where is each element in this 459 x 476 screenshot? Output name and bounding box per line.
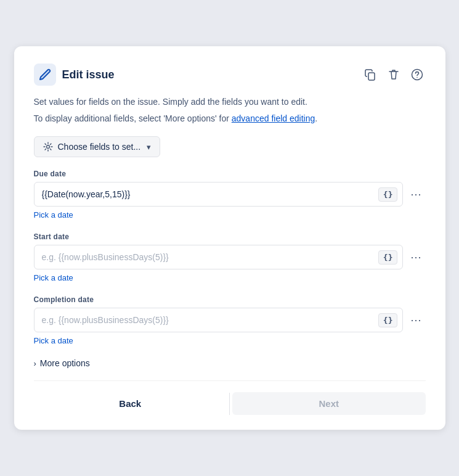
- chevron-down-icon: ▾: [147, 142, 151, 152]
- start-date-label: Start date: [34, 232, 426, 241]
- svg-rect-0: [368, 73, 375, 80]
- next-button[interactable]: Next: [232, 392, 426, 415]
- start-date-template-btn[interactable]: {}: [378, 250, 398, 265]
- description-prefix: To display additional fields, select 'Mo…: [34, 113, 232, 123]
- more-options-toggle[interactable]: › More options: [34, 358, 426, 368]
- chevron-right-icon: ›: [34, 359, 36, 368]
- advanced-field-link[interactable]: advanced field editing: [232, 113, 315, 123]
- completion-date-input[interactable]: [42, 315, 376, 325]
- card-header: Edit issue: [34, 64, 426, 86]
- copy-icon: [364, 68, 376, 81]
- due-date-more-btn[interactable]: ···: [407, 186, 425, 203]
- svg-point-2: [416, 77, 418, 78]
- start-date-pick-link[interactable]: Pick a date: [34, 273, 73, 282]
- completion-date-more-btn[interactable]: ···: [407, 311, 425, 329]
- more-options-label: More options: [40, 358, 90, 368]
- description-line1: Set values for fields on the issue. Simp…: [34, 96, 426, 109]
- completion-date-pick-link[interactable]: Pick a date: [34, 336, 73, 345]
- due-date-label: Due date: [34, 170, 426, 178]
- due-date-input-wrapper[interactable]: {}: [34, 182, 404, 207]
- completion-date-label: Completion date: [34, 295, 426, 304]
- copy-button[interactable]: [362, 66, 379, 83]
- header-left: Edit issue: [34, 64, 115, 86]
- pencil-icon: [39, 68, 51, 81]
- edit-issue-icon-wrapper: [34, 64, 56, 86]
- start-date-input-wrapper[interactable]: {}: [34, 245, 404, 269]
- completion-date-input-wrapper[interactable]: {}: [34, 308, 404, 332]
- help-button[interactable]: [408, 66, 426, 83]
- gear-icon: [43, 142, 53, 152]
- start-date-section: Start date {} ··· Pick a date: [34, 232, 426, 283]
- choose-fields-label: Choose fields to set...: [58, 142, 141, 152]
- card-footer: Back Next: [34, 380, 426, 415]
- due-date-row: {} ···: [34, 182, 426, 207]
- start-date-input[interactable]: [42, 252, 376, 262]
- due-date-pick-link[interactable]: Pick a date: [34, 210, 73, 220]
- footer-divider: [229, 393, 230, 415]
- header-title: Edit issue: [62, 68, 115, 81]
- trash-button[interactable]: [385, 66, 402, 83]
- completion-date-template-btn[interactable]: {}: [378, 313, 398, 327]
- due-date-template-btn[interactable]: {}: [378, 187, 398, 202]
- trash-icon: [388, 68, 400, 81]
- choose-fields-button[interactable]: Choose fields to set... ▾: [34, 136, 161, 157]
- start-date-row: {} ···: [34, 245, 426, 269]
- header-actions: [362, 66, 426, 83]
- svg-point-3: [46, 146, 49, 149]
- due-date-section: Due date {} ··· Pick a date: [34, 170, 426, 220]
- due-date-input[interactable]: [42, 189, 376, 199]
- help-icon: [411, 68, 423, 81]
- description-line2: To display additional fields, select 'Mo…: [34, 112, 426, 125]
- start-date-more-btn[interactable]: ···: [407, 248, 425, 266]
- back-button[interactable]: Back: [34, 392, 227, 415]
- completion-date-section: Completion date {} ··· Pick a date: [34, 295, 426, 346]
- description-suffix: .: [315, 113, 317, 123]
- edit-issue-card: Edit issue Set: [14, 46, 445, 430]
- completion-date-row: {} ···: [34, 308, 426, 332]
